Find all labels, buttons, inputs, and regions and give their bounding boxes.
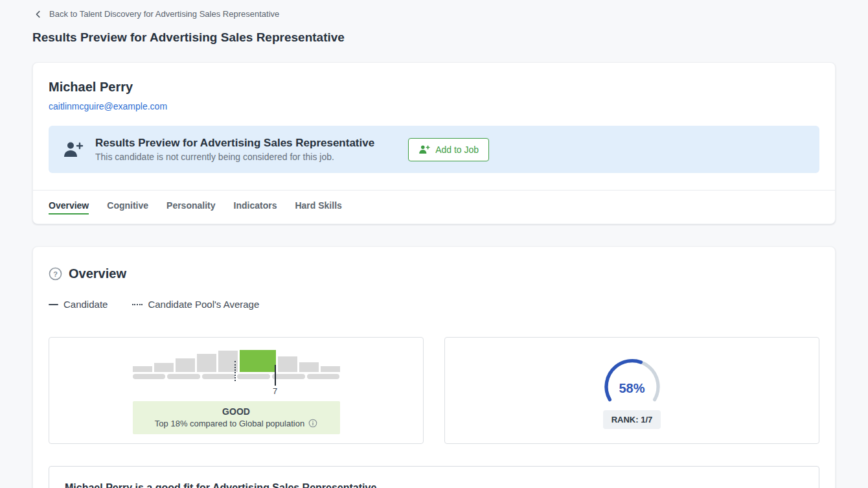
rank-badge: RANK: 1/7 [603, 410, 661, 429]
baseline-segment [167, 374, 200, 379]
solid-line-icon [49, 304, 58, 305]
percent-gauge: 58% [597, 353, 668, 404]
page: Back to Talent Discovery for Advertising… [0, 0, 868, 488]
baseline-segment [202, 374, 235, 379]
gauge-percent-value: 58% [597, 381, 668, 396]
legend-pool-average: Candidate Pool's Average [132, 299, 259, 310]
distribution-bar [197, 354, 216, 372]
fit-summary-box: Michael Perry is a good fit for Advertis… [49, 466, 819, 488]
legend-candidate-label: Candidate [63, 299, 108, 310]
distribution-bars [133, 347, 340, 372]
candidate-score-value: 7 [271, 386, 280, 396]
distribution-bar [278, 356, 297, 372]
overview-panels: 7 GOOD Top 18% compared to Global popula… [49, 337, 819, 444]
back-link-label: Back to Talent Discovery for Advertising… [49, 9, 279, 19]
candidate-email-link[interactable]: caitlinmcguire@example.com [49, 101, 167, 111]
distribution-bar [154, 363, 174, 372]
rating-description: Top 18% compared to Global population [155, 419, 304, 428]
baseline-segment [307, 374, 340, 379]
person-add-icon [418, 145, 430, 154]
tab-overview[interactable]: Overview [49, 191, 89, 224]
candidate-card: Michael Perry caitlinmcguire@example.com… [32, 62, 836, 224]
chevron-left-icon [34, 10, 43, 19]
info-icon[interactable] [308, 419, 317, 428]
add-to-job-label: Add to Job [435, 145, 479, 155]
distribution-bar [176, 358, 195, 372]
score-distribution-chart: 7 [133, 347, 340, 395]
baseline-segment [237, 374, 270, 379]
distribution-bar [299, 362, 319, 372]
overview-heading: ? Overview [49, 266, 819, 281]
legend: Candidate Candidate Pool's Average [49, 299, 819, 310]
overview-title: Overview [69, 266, 126, 281]
results-preview-banner: Results Preview for Advertising Sales Re… [49, 126, 819, 173]
legend-pool-average-label: Candidate Pool's Average [148, 299, 259, 310]
back-link[interactable]: Back to Talent Discovery for Advertising… [32, 0, 279, 19]
candidate-score-marker [275, 365, 276, 386]
distribution-baseline [133, 374, 340, 379]
candidate-score-bar [240, 350, 276, 372]
tab-hard-skills[interactable]: Hard Skills [295, 191, 341, 224]
help-circle-icon[interactable]: ? [49, 267, 62, 281]
banner-title: Results Preview for Advertising Sales Re… [95, 137, 374, 150]
banner-text: Results Preview for Advertising Sales Re… [95, 137, 374, 162]
gauge-panel: 58% RANK: 1/7 [444, 337, 819, 444]
tab-personality[interactable]: Personality [166, 191, 215, 224]
svg-text:?: ? [53, 270, 58, 278]
tab-indicators[interactable]: Indicators [234, 191, 277, 224]
tabs: Overview Cognitive Personality Indicator… [33, 190, 835, 224]
pool-average-marker [234, 361, 236, 381]
distribution-bar [321, 366, 340, 372]
person-add-icon [63, 141, 84, 158]
rating-box: GOOD Top 18% compared to Global populati… [133, 401, 340, 434]
candidate-name: Michael Perry [49, 80, 819, 95]
tab-cognitive[interactable]: Cognitive [107, 191, 148, 224]
baseline-segment [133, 374, 166, 379]
legend-candidate: Candidate [49, 299, 108, 310]
add-to-job-button[interactable]: Add to Job [408, 138, 489, 161]
distribution-panel: 7 GOOD Top 18% compared to Global popula… [49, 337, 424, 444]
distribution-bar [133, 366, 152, 372]
dotted-line-icon [132, 304, 143, 305]
rating-description-row: Top 18% compared to Global population [139, 419, 334, 428]
fit-summary-text: Michael Perry is a good fit for Advertis… [65, 482, 380, 488]
page-title: Results Preview for Advertising Sales Re… [32, 30, 836, 45]
rating-label: GOOD [139, 406, 334, 417]
overview-card: ? Overview Candidate Candidate Pool's Av… [32, 246, 836, 488]
baseline-segment [272, 374, 305, 379]
banner-subtitle: This candidate is not currently being co… [95, 152, 374, 162]
